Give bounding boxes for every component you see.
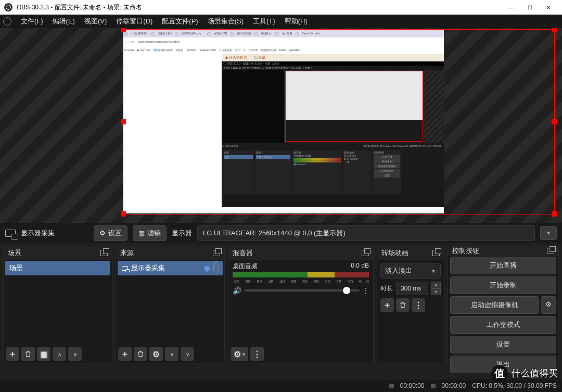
display-icon [122, 266, 128, 271]
audio-level: 0.0 dB [351, 262, 369, 271]
scene-item[interactable]: 场景 [5, 261, 110, 275]
menu-dock[interactable]: 停靠窗口(D) [112, 15, 157, 28]
volume-slider[interactable] [245, 289, 360, 292]
scene-filter-button[interactable]: ▦ [37, 347, 50, 361]
menu-file[interactable]: 文件(F) [17, 15, 47, 28]
audio-menu-button[interactable]: ⋮ [363, 287, 369, 294]
resize-handle-bl[interactable] [121, 211, 126, 217]
stream-status-dot [389, 384, 394, 388]
add-transition-button[interactable]: ＋ [380, 298, 394, 312]
preview-area[interactable]: ◯什么值得买 |◯地级比赛|◯[临时拍]Garde...◯审核比对|◯[去幻想机… [0, 28, 562, 223]
window-title: OBS 30.2.3 - 配置文件: 未命名 - 场景: 未命名 [17, 3, 142, 12]
studio-mode-button[interactable]: 工作室模式 [450, 316, 556, 334]
delete-source-button[interactable] [134, 347, 147, 361]
mixer-dock: 混音器 桌面音频0.0 dB -60-55-50-45-40-35-30-25-… [228, 246, 374, 363]
menu-help[interactable]: 帮助(H) [280, 15, 312, 28]
resize-handle-tl[interactable] [121, 28, 126, 32]
volume-icon[interactable]: 🔊 [233, 286, 241, 295]
smzdm-logo-icon: 值 [491, 365, 508, 382]
source-filters-button[interactable]: ▦ 滤镜 [133, 225, 167, 241]
maximize-button[interactable]: ☐ [520, 0, 539, 15]
cpu-fps: CPU: 0.5%, 30.00 / 30.00 FPS [472, 382, 557, 389]
display-capture-icon [5, 230, 16, 237]
display-dropdown-button[interactable]: ▼ [540, 226, 557, 240]
resize-handle-br[interactable] [552, 211, 557, 217]
duration-spinner[interactable]: ∧∨ [431, 282, 441, 295]
mixer-menu-button[interactable]: ⋮ [250, 347, 264, 361]
stream-time: 00:00:00 [400, 382, 425, 389]
resize-handle-ml[interactable] [121, 119, 126, 124]
display-capture-preview[interactable]: ◯什么值得买 |◯地级比赛|◯[临时拍]Garde...◯审核比对|◯[去幻想机… [123, 29, 444, 213]
window-titlebar: OBS 30.2.3 - 配置文件: 未命名 - 场景: 未命名 — ☐ ✕ [0, 0, 562, 15]
status-bar: 00:00:00 00:00:00 CPU: 0.5%, 30.00 / 30.… [0, 380, 562, 392]
lock-toggle[interactable] [213, 265, 219, 271]
menubar: 文件(F) 编辑(E) 视图(V) 停靠窗口(D) 配置文件(P) 场景集合(S… [0, 15, 562, 28]
record-status-dot [431, 384, 436, 388]
scenes-popout-icon[interactable] [100, 250, 108, 256]
source-settings-button[interactable]: ⚙ 设置 [94, 225, 127, 241]
transition-menu-button[interactable]: ⋮ [412, 298, 425, 312]
delete-transition-button[interactable] [396, 298, 410, 312]
source-down-button[interactable]: ∨ [181, 347, 194, 361]
display-select[interactable]: LG ULTRAGEAR: 2560x1440 @ 0,0 (主显示器) [197, 225, 535, 241]
visibility-toggle[interactable]: ◉ [203, 263, 210, 273]
menu-profile[interactable]: 配置文件(P) [158, 15, 202, 28]
scenes-title: 场景 [8, 248, 21, 258]
add-source-button[interactable]: ＋ [118, 347, 132, 361]
delete-scene-button[interactable] [21, 347, 35, 361]
transitions-dock: 转场动画 淡入淡出▼ 时长 300 ms ∧∨ ＋ ⋮ [377, 246, 444, 363]
display-label: 显示器 [172, 229, 192, 238]
resize-handle-mr[interactable] [552, 119, 557, 124]
preview-url: post.smzdm.com/edit/esp8m9 [138, 40, 180, 43]
source-up-button[interactable]: ∧ [165, 347, 178, 361]
source-item[interactable]: 显示器采集 ◉ [118, 261, 223, 275]
meter-ticks: -60-55-50-45-40-35-30-25-20-15-10-50 [233, 279, 369, 284]
controls-popout-icon[interactable] [547, 248, 554, 254]
sources-dock: 来源 显示器采集 ◉ ＋ ⚙ ∧ ∨ [116, 246, 225, 363]
smzdm-watermark: 值 什么值得买 [491, 365, 558, 382]
sources-popout-icon[interactable] [213, 250, 220, 256]
minimize-button[interactable]: — [502, 0, 520, 15]
obs-icon [3, 17, 11, 26]
close-button[interactable]: ✕ [539, 0, 558, 15]
start-virtualcam-button[interactable]: 启动虚拟摄像机 [450, 296, 539, 314]
start-streaming-button[interactable]: 开始直播 [450, 257, 556, 274]
duration-input[interactable]: 300 ms [396, 282, 428, 295]
transitions-popout-icon[interactable] [432, 250, 440, 256]
audio-meter [233, 272, 369, 277]
audio-source-name: 桌面音频 [233, 262, 258, 271]
settings-button[interactable]: 设置 [450, 336, 556, 353]
mixer-popout-icon[interactable] [362, 250, 369, 256]
transition-select[interactable]: 淡入淡出▼ [380, 263, 441, 279]
mixer-title: 混音器 [233, 248, 253, 258]
source-toolbar: 显示器采集 ⚙ 设置 ▦ 滤镜 显示器 LG ULTRAGEAR: 2560x1… [0, 223, 562, 243]
controls-title: 控制按钮 [452, 246, 479, 256]
virtualcam-settings-button[interactable]: ⚙ [541, 296, 556, 314]
scene-down-button[interactable]: ∨ [68, 347, 82, 361]
mixer-settings-button[interactable]: ⚙▾ [231, 347, 248, 361]
menu-view[interactable]: 视图(V) [80, 15, 111, 28]
source-properties-button[interactable]: ⚙ [149, 347, 163, 361]
menu-tools[interactable]: 工具(T) [249, 15, 279, 28]
record-time: 00:00:00 [442, 382, 466, 389]
obs-logo-icon [4, 3, 12, 11]
resize-handle-tr[interactable] [552, 28, 557, 32]
scene-up-button[interactable]: ∧ [53, 347, 66, 361]
scenes-dock: 场景 场景 ＋ ▦ ∧ ∨ [3, 246, 112, 363]
sources-title: 来源 [120, 248, 134, 258]
menu-edit[interactable]: 编辑(E) [48, 15, 79, 28]
add-scene-button[interactable]: ＋ [6, 347, 19, 361]
menu-scene-collection[interactable]: 场景集合(S) [203, 15, 248, 28]
start-recording-button[interactable]: 开始录制 [450, 276, 556, 294]
source-name-label: 显示器采集 [21, 229, 88, 238]
transitions-title: 转场动画 [381, 248, 408, 258]
duration-label: 时长 [380, 284, 393, 293]
volume-slider-thumb[interactable] [343, 287, 350, 294]
docks-area: 场景 场景 ＋ ▦ ∧ ∨ 来源 显示器采集 ◉ ＋ ⚙ ∧ ∨ 混音器 桌面音… [0, 243, 562, 366]
controls-dock: 控制按钮 开始直播 开始录制 启动虚拟摄像机 ⚙ 工作室模式 设置 退出 [448, 246, 559, 363]
